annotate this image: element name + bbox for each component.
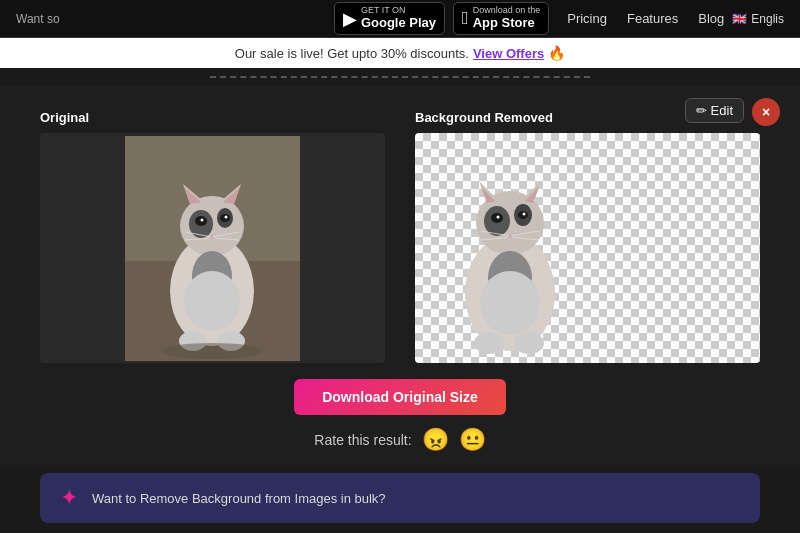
features-link[interactable]: Features <box>627 11 678 26</box>
rate-row: Rate this result: 😠 😐 <box>314 427 485 453</box>
checkerboard-bg <box>415 133 760 363</box>
svg-point-34 <box>497 216 500 219</box>
original-cat-image <box>125 136 300 361</box>
rate-text: Rate this result: <box>314 432 411 448</box>
rate-neutral-button[interactable]: 😐 <box>459 427 486 453</box>
app-store-main: App Store <box>473 15 535 30</box>
bulk-icon: ✦ <box>60 485 78 511</box>
lang-text: Englis <box>751 12 784 26</box>
google-play-icon: ▶ <box>343 8 357 30</box>
flag-icon: 🇬🇧 <box>732 12 747 26</box>
upload-strip <box>0 68 800 86</box>
svg-point-43 <box>474 332 504 354</box>
result-image-container <box>415 133 760 363</box>
svg-point-42 <box>480 271 540 335</box>
pencil-icon: ✏ <box>696 103 707 118</box>
promo-banner: Our sale is live! Get upto 30% discounts… <box>0 38 800 68</box>
download-button[interactable]: Download Original Size <box>294 379 506 415</box>
result-cat-image <box>415 133 605 363</box>
result-panel: Background Removed <box>415 110 760 363</box>
promo-text: Our sale is live! Get upto 30% discounts… <box>235 46 469 61</box>
svg-point-20 <box>184 271 240 331</box>
app-store-badge[interactable]:  Download on the App Store <box>453 2 549 35</box>
svg-point-12 <box>201 218 204 221</box>
image-panels: Original <box>40 110 760 363</box>
dotted-border <box>210 76 590 78</box>
google-play-main: Google Play <box>361 15 436 30</box>
svg-point-35 <box>523 213 526 216</box>
svg-point-44 <box>514 332 544 354</box>
original-image-container <box>40 133 385 363</box>
bulk-banner: ✦ Want to Remove Background from Images … <box>40 473 760 523</box>
nav-want-text: Want so <box>16 12 60 26</box>
edit-button[interactable]: ✏ Edit <box>685 98 744 123</box>
svg-point-13 <box>225 215 228 218</box>
original-label: Original <box>40 110 385 125</box>
nav-links: Pricing Features Blog <box>567 11 724 26</box>
google-play-sub: GET IT ON <box>361 6 436 15</box>
blog-link[interactable]: Blog <box>698 11 724 26</box>
promo-emoji: 🔥 <box>548 45 565 61</box>
main-content: ✏ Edit × Original <box>0 86 800 465</box>
language-selector[interactable]: 🇬🇧 Englis <box>732 12 784 26</box>
view-offers-link[interactable]: View Offers <box>473 46 544 61</box>
app-store-sub: Download on the <box>473 6 541 15</box>
svg-point-23 <box>162 343 262 359</box>
rate-bad-button[interactable]: 😠 <box>422 427 449 453</box>
original-panel: Original <box>40 110 385 363</box>
close-button[interactable]: × <box>752 98 780 126</box>
download-area: Download Original Size Rate this result:… <box>40 379 760 453</box>
pricing-link[interactable]: Pricing <box>567 11 607 26</box>
apple-icon:  <box>462 8 469 29</box>
navbar: Want so ▶ GET IT ON Google Play  Downlo… <box>0 0 800 38</box>
bulk-text: Want to Remove Background from Images in… <box>92 491 386 506</box>
google-play-badge[interactable]: ▶ GET IT ON Google Play <box>334 2 445 35</box>
